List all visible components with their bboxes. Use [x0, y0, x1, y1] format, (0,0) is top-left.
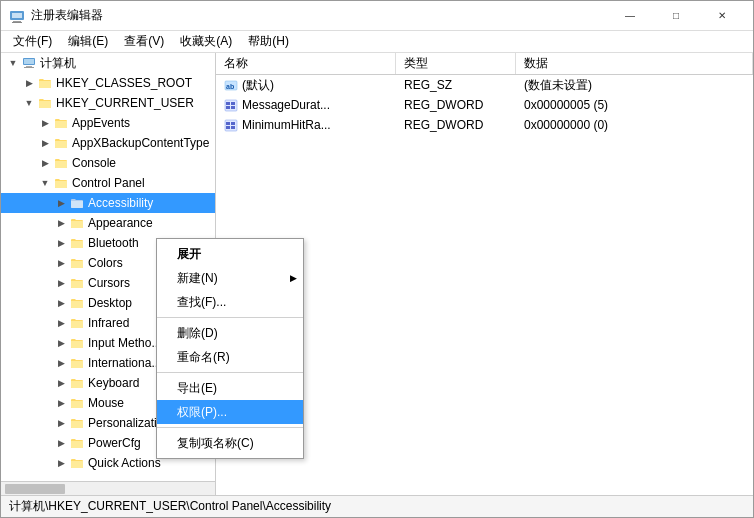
folder-icon-keyboard	[69, 375, 85, 391]
ctx-copyname[interactable]: 复制项名称(C)	[157, 431, 303, 455]
ctx-separator-2	[157, 372, 303, 373]
folder-icon-appearance	[69, 215, 85, 231]
expander-appearance: ▶	[53, 213, 69, 233]
svg-rect-13	[226, 106, 230, 109]
menu-view[interactable]: 查看(V)	[116, 31, 172, 52]
window-controls: — □ ✕	[607, 1, 745, 31]
expander-inputmethod: ▶	[53, 333, 69, 353]
ctx-rename[interactable]: 重命名(R)	[157, 345, 303, 369]
expander-desktop: ▶	[53, 293, 69, 313]
ctx-new[interactable]: 新建(N)	[157, 266, 303, 290]
ctx-separator-3	[157, 427, 303, 428]
folder-icon-quickactions	[69, 455, 85, 471]
col-header-type: 类型	[396, 53, 516, 74]
tree-item-console[interactable]: ▶ Console	[1, 153, 215, 173]
td-name-1: MessageDurat...	[216, 98, 396, 112]
expander-bluetooth: ▶	[53, 233, 69, 253]
table-row[interactable]: MinimumHitRa... REG_DWORD 0x00000000 (0)	[216, 115, 753, 135]
expander-console: ▶	[37, 153, 53, 173]
tree-item-label-appearance: Appearance	[88, 216, 153, 230]
close-button[interactable]: ✕	[699, 1, 745, 31]
tree-item-label-colors: Colors	[88, 256, 123, 270]
menu-favorites[interactable]: 收藏夹(A)	[172, 31, 240, 52]
tree-item-appevents[interactable]: ▶ AppEvents	[1, 113, 215, 133]
ctx-export[interactable]: 导出(E)	[157, 376, 303, 400]
svg-rect-7	[24, 67, 34, 68]
svg-text:ab: ab	[226, 83, 234, 90]
td-name-0: ab (默认)	[216, 77, 396, 94]
expander-hkcu: ▼	[21, 93, 37, 113]
expander-accessibility: ▶	[53, 193, 69, 213]
svg-rect-16	[226, 122, 230, 125]
folder-icon-mouse	[69, 395, 85, 411]
svg-rect-2	[13, 21, 21, 22]
menu-bar: 文件(F) 编辑(E) 查看(V) 收藏夹(A) 帮助(H)	[1, 31, 753, 53]
ctx-find[interactable]: 查找(F)...	[157, 290, 303, 314]
menu-file[interactable]: 文件(F)	[5, 31, 60, 52]
tree-item-appearance[interactable]: ▶ Appearance	[1, 213, 215, 233]
expander-controlpanel: ▼	[37, 173, 53, 193]
folder-icon-colors	[69, 255, 85, 271]
expander-quickactions: ▶	[53, 453, 69, 473]
status-bar: 计算机\HKEY_CURRENT_USER\Control Panel\Acce…	[1, 495, 753, 517]
tree-item-appxbackup[interactable]: ▶ AppXBackupContentType	[1, 133, 215, 153]
folder-icon-appevents	[53, 115, 69, 131]
table-row[interactable]: MessageDurat... REG_DWORD 0x00000005 (5)	[216, 95, 753, 115]
td-type-2: REG_DWORD	[396, 118, 516, 132]
menu-help[interactable]: 帮助(H)	[240, 31, 297, 52]
tree-item-label-keyboard: Keyboard	[88, 376, 139, 390]
tree-item-label-controlpanel: Control Panel	[72, 176, 145, 190]
tree-item-hkcu[interactable]: ▼ HKEY_CURRENT_USER	[1, 93, 215, 113]
tree-root-computer[interactable]: ▼ 计算机	[1, 53, 215, 73]
tree-item-accessibility[interactable]: ▶ Accessibility	[1, 193, 215, 213]
minimize-button[interactable]: —	[607, 1, 653, 31]
expander-computer: ▼	[5, 53, 21, 73]
context-menu: 展开 新建(N) 查找(F)... 删除(D) 重命名(R) 导出(E) 权限(…	[156, 238, 304, 459]
svg-rect-12	[231, 102, 235, 105]
tree-item-label-inputmethod: Input Metho...	[88, 336, 161, 350]
tree-root-label: 计算机	[40, 55, 76, 72]
title-bar: 注册表编辑器 — □ ✕	[1, 1, 753, 31]
tree-item-label-accessibility: Accessibility	[88, 196, 153, 210]
tree-item-controlpanel[interactable]: ▼ Control Panel	[1, 173, 215, 193]
folder-icon-inputmethod	[69, 335, 85, 351]
tree-item-hkcr[interactable]: ▶ HKEY_CLASSES_ROOT	[1, 73, 215, 93]
td-data-2: 0x00000000 (0)	[516, 118, 753, 132]
table-row[interactable]: ab (默认) REG_SZ (数值未设置)	[216, 75, 753, 95]
svg-rect-5	[24, 59, 34, 64]
ctx-expand[interactable]: 展开	[157, 242, 303, 266]
tree-item-label-hkcr: HKEY_CLASSES_ROOT	[56, 76, 192, 90]
expander-hkcr: ▶	[21, 73, 37, 93]
maximize-button[interactable]: □	[653, 1, 699, 31]
expander-mouse: ▶	[53, 393, 69, 413]
col-header-name: 名称	[216, 53, 396, 74]
reg-sz-icon: ab	[224, 78, 238, 92]
ctx-permissions[interactable]: 权限(P)...	[157, 400, 303, 424]
registry-editor-window: 注册表编辑器 — □ ✕ 文件(F) 编辑(E) 查看(V) 收藏夹(A) 帮助…	[0, 0, 754, 518]
status-text: 计算机\HKEY_CURRENT_USER\Control Panel\Acce…	[9, 498, 331, 515]
menu-edit[interactable]: 编辑(E)	[60, 31, 116, 52]
folder-icon-console	[53, 155, 69, 171]
svg-rect-15	[225, 120, 237, 131]
computer-icon	[21, 55, 37, 71]
folder-icon-accessibility	[69, 195, 85, 211]
ctx-separator-1	[157, 317, 303, 318]
folder-icon-hkcu	[37, 95, 53, 111]
expander-cursors: ▶	[53, 273, 69, 293]
svg-rect-18	[226, 126, 230, 129]
expander-appxbackup: ▶	[37, 133, 53, 153]
td-name-2: MinimumHitRa...	[216, 118, 396, 132]
tree-item-label-infrared: Infrared	[88, 316, 129, 330]
expander-appevents: ▶	[37, 113, 53, 133]
app-icon	[9, 8, 25, 24]
table-header: 名称 类型 数据	[216, 53, 753, 75]
td-data-1: 0x00000005 (5)	[516, 98, 753, 112]
tree-item-label-console: Console	[72, 156, 116, 170]
folder-icon-infrared	[69, 315, 85, 331]
ctx-delete[interactable]: 删除(D)	[157, 321, 303, 345]
tree-item-label-desktop: Desktop	[88, 296, 132, 310]
h-scrollbar[interactable]	[1, 481, 215, 495]
h-scroll-thumb	[5, 484, 65, 494]
folder-icon-cursors	[69, 275, 85, 291]
expander-powercfg: ▶	[53, 433, 69, 453]
